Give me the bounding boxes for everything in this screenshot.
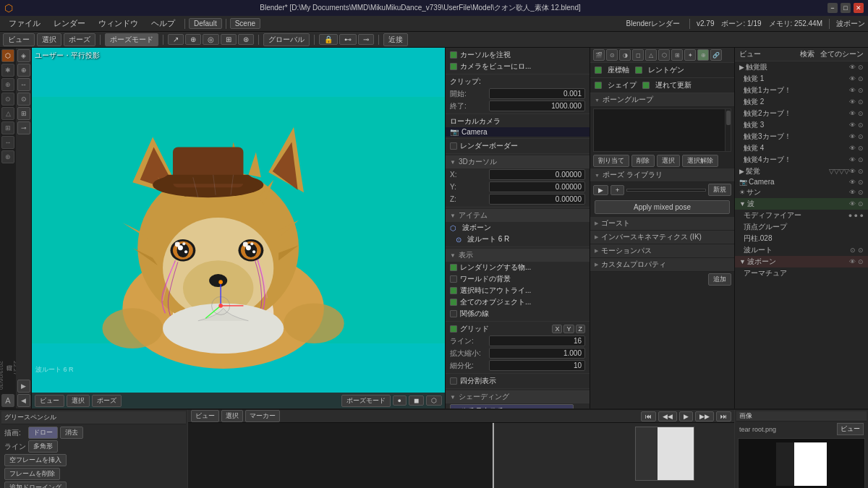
lsb-tool6[interactable]: ⊸ (17, 121, 30, 134)
grid-y-btn[interactable]: Y (563, 325, 574, 333)
prop-icon-render[interactable]: 🎬 (593, 49, 605, 61)
scene-item-nami[interactable]: ▼ 波 👁 ⊙ (735, 198, 868, 210)
outliner-search-btn[interactable]: 検索 (800, 49, 814, 59)
shokaku1c-vis[interactable]: 👁 ⊙ (849, 87, 864, 94)
maximize-button[interactable]: □ (841, 3, 851, 13)
lsb-bottom1[interactable]: ▶ (17, 380, 30, 393)
letter-a-btn[interactable]: A (1, 394, 14, 407)
shokaku2-vis[interactable]: 👁 ⊙ (849, 98, 864, 106)
pivot-icon4[interactable]: ⊞ (221, 34, 237, 45)
timeline-frame-indicator[interactable] (493, 423, 494, 488)
pose-lib-new-btn[interactable]: 新規 (708, 184, 731, 196)
tool-icon-6[interactable]: ↔ (1, 136, 14, 149)
scene-item-sun[interactable]: ☀ サン 👁 ⊙ (735, 187, 868, 198)
bone-groups-header[interactable]: ボーングループ (590, 93, 734, 107)
prop-icon-physics[interactable]: ⊕ (697, 49, 709, 61)
tool-icon-7[interactable]: ⊛ (1, 150, 14, 163)
vp-shading-btn[interactable]: ● (393, 395, 407, 406)
snap-btn1[interactable]: 🔒 (319, 34, 338, 45)
scene-item-shokakugan[interactable]: ▶ 触覚眼 👁 ⊙ (735, 61, 868, 73)
custom-props-add-btn[interactable]: 追加 (708, 273, 731, 286)
prop-icon-world[interactable]: ◑ (619, 49, 631, 61)
grid-z-btn[interactable]: Z (576, 325, 586, 333)
scene-item-shokaku3[interactable]: 触覚 3 👁 ⊙ (735, 119, 868, 131)
shokakugan-vis[interactable]: 👁 ⊙ (849, 64, 864, 71)
rentgen-chk[interactable] (635, 67, 642, 74)
global-btn[interactable]: グローバル (263, 33, 310, 46)
tl-jump-start-btn[interactable]: ⏮ (641, 411, 656, 421)
prop-icon-mesh[interactable]: △ (645, 49, 657, 61)
insert-empty-frame-btn[interactable]: 空フレームを挿入 (4, 454, 67, 466)
scene-item-vertex-group[interactable]: 頂点グループ (735, 221, 868, 233)
outliner-view-btn[interactable]: ビュー (739, 49, 761, 59)
multitexture-dropdown[interactable]: ▼ (578, 407, 585, 409)
lsb-tool5[interactable]: ⊞ (17, 107, 30, 120)
remove-frames-btn[interactable]: フレームを削除 (4, 468, 60, 480)
scene-item-shokaku2[interactable]: 触覚 2 👁 ⊙ (735, 96, 868, 108)
tl-view-btn[interactable]: ビュー (191, 410, 219, 422)
nami-bone-vis[interactable]: 👁 ⊙ (849, 258, 864, 265)
snap-btn3[interactable]: ⊸ (358, 34, 374, 45)
scene-item-modifier[interactable]: モディファイアー ● ● ● (735, 210, 868, 221)
remove-btn[interactable]: 削除 (631, 155, 655, 167)
multitexture-btn[interactable]: マルチテクスチャ (450, 404, 574, 408)
scene-item-cylinder[interactable]: 円柱.028 (735, 233, 868, 244)
apply-mixed-pose-button[interactable]: Apply mixed pose (595, 200, 730, 214)
shape-chk[interactable] (595, 82, 602, 89)
ik-header[interactable]: インバースキネマティクス (IK) (590, 231, 734, 244)
lsb-tool4[interactable]: ⊙ (17, 93, 30, 106)
window-controls[interactable]: − □ ✕ (827, 3, 864, 13)
scene-item-nami-bone[interactable]: ▼ 波ボーン 👁 ⊙ (735, 256, 868, 267)
cursor-y-val[interactable]: 0.00000 (489, 181, 585, 192)
erase-btn[interactable]: 消去 (60, 427, 83, 439)
tl-jump-end-btn[interactable]: ⏭ (716, 411, 731, 421)
kamikaku-vis[interactable]: ▽▽▽▽👁 ⊙ (829, 168, 864, 175)
scene-item-shokaku4[interactable]: 触覚 4 👁 ⊙ (735, 142, 868, 154)
tool-icon-3[interactable]: ⊙ (1, 93, 14, 106)
proximity-btn[interactable]: 近接 (383, 33, 408, 46)
assign-btn[interactable]: 割り当て (593, 155, 629, 167)
cursor-x-val[interactable]: 0.00000 (489, 169, 585, 180)
grid-lines-val[interactable]: 16 (489, 335, 585, 346)
vp-view-btn[interactable]: ビュー (35, 395, 64, 407)
lsb-bottom2[interactable]: ◀ (17, 394, 30, 407)
tool-icon-4[interactable]: △ (1, 107, 14, 120)
tl-select-btn[interactable]: 選択 (221, 410, 243, 422)
shokaku4-vis[interactable]: 👁 ⊙ (849, 145, 864, 152)
scene-item-camera[interactable]: 📷 Camera 👁 ⊙ (735, 177, 868, 187)
camera-scene-vis[interactable]: 👁 ⊙ (849, 179, 864, 186)
scene-item-shokaku4c[interactable]: 触覚4カーブ！ 👁 ⊙ (735, 154, 868, 166)
deselect-btn[interactable]: 選択解除 (682, 155, 718, 167)
snap-btn2[interactable]: ⊷ (339, 34, 357, 45)
menu-file[interactable]: ファイル (3, 17, 46, 30)
tl-marker-btn[interactable]: マーカー (245, 410, 280, 422)
add-drawing-btn[interactable]: 追加ドローイング (4, 481, 67, 488)
3d-viewport[interactable]: ユーザー・平行投影 波ルート 6 R ビュー 選択 ポーズ ポーズモード ● ◼… (32, 48, 445, 408)
shokaku4c-vis[interactable]: 👁 ⊙ (849, 156, 864, 163)
scene-item-nami-root[interactable]: 波ルート ⊙ ⊙ (735, 244, 868, 256)
tl-next-frame-btn[interactable]: ▶▶ (695, 411, 714, 421)
pivot-icon5[interactable]: ⊛ (238, 34, 254, 45)
pose-menu[interactable]: ポーズ (64, 33, 95, 46)
lsb-tool2[interactable]: ⊕ (17, 64, 30, 77)
vp-pose-btn[interactable]: ポーズ (92, 395, 122, 407)
cursor-z-val[interactable]: 0.00000 (489, 194, 585, 205)
prop-icon-particles[interactable]: ✦ (684, 49, 696, 61)
shokaku2c-vis[interactable]: 👁 ⊙ (849, 110, 864, 117)
scene-item-shokaku2c[interactable]: 触覚2カーブ！ 👁 ⊙ (735, 108, 868, 119)
sun-vis[interactable]: 👁 ⊙ (849, 189, 864, 196)
outliner-all-scenes-btn[interactable]: 全てのシーン (820, 49, 864, 59)
timeline-panel[interactable]: ビュー 選択 マーカー ⏮ ◀◀ ▶ ▶▶ ⏭ (188, 410, 734, 488)
nami-vis[interactable]: 👁 ⊙ (849, 200, 864, 207)
prop-icon-constraints[interactable]: 🔗 (710, 49, 722, 61)
prop-icon-scene[interactable]: ⊙ (606, 49, 618, 61)
blender-mode-icon[interactable]: ⬡ (1, 49, 14, 62)
pose-lib-name-field[interactable] (626, 189, 706, 192)
grid-scale-val[interactable]: 1.000 (489, 348, 585, 359)
menu-render[interactable]: レンダー (48, 17, 91, 30)
nami-root-vis[interactable]: ⊙ ⊙ (850, 247, 864, 254)
prop-icon-material[interactable]: ⬡ (658, 49, 670, 61)
shading-header[interactable]: シェーディング (446, 390, 590, 403)
shokaku3-vis[interactable]: 👁 ⊙ (849, 121, 864, 129)
vp-render-btn[interactable]: ⬡ (426, 395, 442, 406)
